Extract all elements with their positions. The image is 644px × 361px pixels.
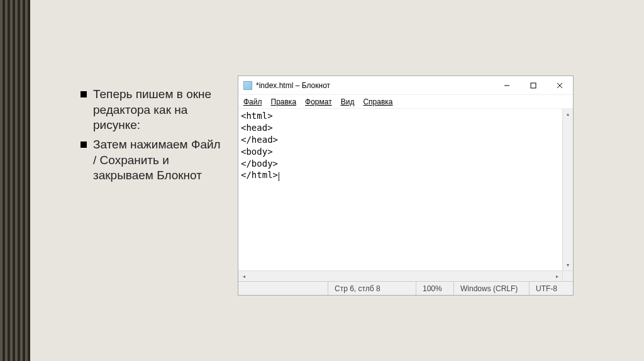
scroll-corner (562, 270, 573, 281)
scroll-track[interactable] (563, 119, 573, 260)
scroll-left-icon[interactable]: ◂ (238, 271, 249, 282)
menu-format[interactable]: Формат (305, 97, 332, 106)
bullet-item: Теперь пишем в окне редактора как на рис… (80, 87, 225, 133)
notepad-window: *index.html – Блокнот Файл Правка Формат… (238, 75, 574, 296)
bullet-text: Затем нажимаем Файл / Сохранить и закрыв… (93, 137, 225, 184)
menu-file[interactable]: Файл (243, 97, 262, 106)
notepad-app-icon (243, 81, 252, 90)
window-title: *index.html – Блокнот (256, 81, 494, 90)
svg-rect-1 (531, 83, 536, 88)
status-lineending: Windows (CRLF) (453, 282, 529, 295)
maximize-icon (530, 82, 536, 89)
minimize-button[interactable] (494, 77, 520, 94)
scroll-up-icon[interactable]: ▴ (563, 109, 573, 119)
editor-textarea[interactable]: <html> <head> </head> <body> </body> </h… (238, 109, 562, 270)
menubar: Файл Правка Формат Вид Справка (238, 95, 573, 109)
bullet-item: Затем нажимаем Файл / Сохранить и закрыв… (80, 137, 225, 184)
scroll-right-icon[interactable]: ▸ (552, 271, 562, 282)
slide-bullets: Теперь пишем в окне редактора как на рис… (80, 87, 225, 187)
bullet-text: Теперь пишем в окне редактора как на рис… (93, 87, 225, 133)
maximize-button[interactable] (520, 77, 547, 94)
close-button[interactable] (547, 77, 573, 94)
editor-area: <html> <head> </head> <body> </body> </h… (238, 109, 573, 270)
status-position: Стр 6, стлб 8 (328, 282, 416, 295)
vertical-scrollbar[interactable]: ▴ ▾ (562, 109, 573, 270)
status-encoding: UTF-8 (529, 282, 573, 295)
menu-view[interactable]: Вид (341, 97, 355, 106)
slide-decorative-bar (0, 0, 30, 361)
menu-edit[interactable]: Правка (271, 97, 297, 106)
status-zoom: 100% (416, 282, 453, 295)
bullet-square-icon (80, 142, 87, 148)
horizontal-scrollbar[interactable]: ◂ ▸ (238, 270, 562, 281)
window-controls (494, 77, 573, 94)
minimize-icon (504, 82, 510, 89)
close-icon (557, 82, 563, 89)
menu-help[interactable]: Справка (363, 97, 392, 106)
bullet-square-icon (80, 91, 87, 97)
statusbar: Стр 6, стлб 8 100% Windows (CRLF) UTF-8 (238, 281, 573, 295)
scroll-track[interactable] (249, 271, 552, 281)
titlebar[interactable]: *index.html – Блокнот (238, 76, 573, 95)
scroll-down-icon[interactable]: ▾ (563, 260, 573, 270)
